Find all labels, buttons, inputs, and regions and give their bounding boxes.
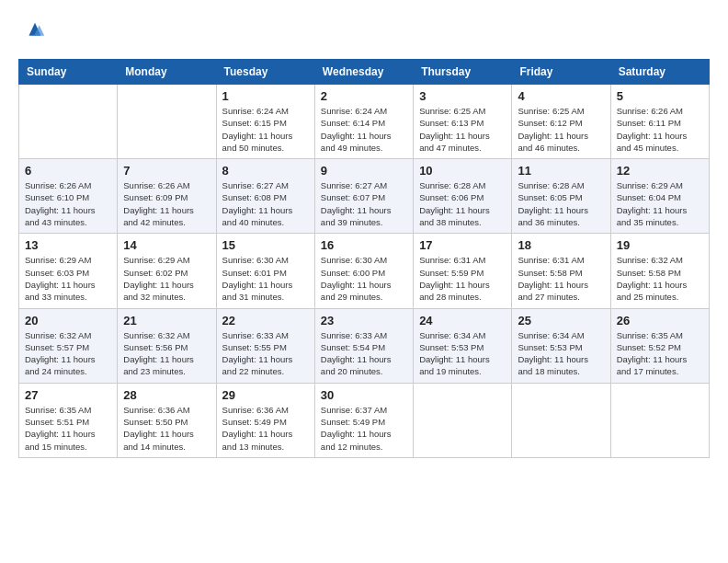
calendar-day-19: 19Sunrise: 6:32 AM Sunset: 5:58 PM Dayli… <box>610 234 709 308</box>
calendar-day-21: 21Sunrise: 6:32 AM Sunset: 5:56 PM Dayli… <box>118 308 216 383</box>
calendar-day-10: 10Sunrise: 6:28 AM Sunset: 6:06 PM Dayli… <box>414 159 512 234</box>
day-number: 16 <box>321 238 407 252</box>
day-info: Sunrise: 6:34 AM Sunset: 5:53 PM Dayligh… <box>419 329 506 378</box>
day-number: 20 <box>25 314 111 327</box>
day-number: 13 <box>25 238 111 252</box>
calendar-body: 1Sunrise: 6:24 AM Sunset: 6:15 PM Daylig… <box>19 85 710 458</box>
calendar-day-30: 30Sunrise: 6:37 AM Sunset: 5:49 PM Dayli… <box>314 383 413 457</box>
day-number: 21 <box>123 314 210 327</box>
empty-day <box>512 383 610 457</box>
day-info: Sunrise: 6:30 AM Sunset: 6:00 PM Dayligh… <box>321 254 407 303</box>
day-info: Sunrise: 6:24 AM Sunset: 6:15 PM Dayligh… <box>222 105 309 154</box>
day-info: Sunrise: 6:28 AM Sunset: 6:05 PM Dayligh… <box>518 179 604 228</box>
day-number: 25 <box>518 314 604 327</box>
day-number: 2 <box>321 89 407 103</box>
calendar-day-2: 2Sunrise: 6:24 AM Sunset: 6:14 PM Daylig… <box>314 85 413 159</box>
day-number: 17 <box>419 238 506 252</box>
day-number: 10 <box>419 164 506 178</box>
day-number: 26 <box>617 314 703 327</box>
weekday-header-saturday: Saturday <box>610 60 709 85</box>
day-number: 1 <box>222 89 309 103</box>
calendar-week-1: 1Sunrise: 6:24 AM Sunset: 6:15 PM Daylig… <box>19 85 710 159</box>
day-info: Sunrise: 6:32 AM Sunset: 5:57 PM Dayligh… <box>25 329 111 378</box>
day-info: Sunrise: 6:34 AM Sunset: 5:53 PM Dayligh… <box>518 329 604 378</box>
day-number: 24 <box>419 314 506 327</box>
day-info: Sunrise: 6:36 AM Sunset: 5:49 PM Dayligh… <box>222 404 309 453</box>
day-number: 9 <box>321 164 407 178</box>
weekday-header-sunday: Sunday <box>19 60 118 85</box>
day-info: Sunrise: 6:29 AM Sunset: 6:04 PM Dayligh… <box>617 179 703 228</box>
calendar-day-14: 14Sunrise: 6:29 AM Sunset: 6:02 PM Dayli… <box>118 234 216 308</box>
day-info: Sunrise: 6:33 AM Sunset: 5:54 PM Dayligh… <box>321 329 407 378</box>
logo-icon <box>22 18 48 44</box>
calendar-day-12: 12Sunrise: 6:29 AM Sunset: 6:04 PM Dayli… <box>610 159 709 234</box>
calendar-day-18: 18Sunrise: 6:31 AM Sunset: 5:58 PM Dayli… <box>512 234 610 308</box>
calendar-header: SundayMondayTuesdayWednesdayThursdayFrid… <box>19 60 710 85</box>
day-number: 15 <box>222 238 309 252</box>
calendar-week-4: 20Sunrise: 6:32 AM Sunset: 5:57 PM Dayli… <box>19 308 710 383</box>
day-info: Sunrise: 6:33 AM Sunset: 5:55 PM Dayligh… <box>222 329 309 378</box>
day-number: 4 <box>518 89 604 103</box>
weekday-header-monday: Monday <box>118 60 216 85</box>
day-info: Sunrise: 6:37 AM Sunset: 5:49 PM Dayligh… <box>321 404 407 453</box>
day-number: 5 <box>617 89 703 103</box>
calendar-day-4: 4Sunrise: 6:25 AM Sunset: 6:12 PM Daylig… <box>512 85 610 159</box>
page-header <box>18 18 710 44</box>
calendar-day-3: 3Sunrise: 6:25 AM Sunset: 6:13 PM Daylig… <box>414 85 512 159</box>
day-number: 3 <box>419 89 506 103</box>
day-number: 23 <box>321 314 407 327</box>
day-number: 27 <box>25 388 111 402</box>
day-info: Sunrise: 6:35 AM Sunset: 5:51 PM Dayligh… <box>25 404 111 453</box>
calendar-day-27: 27Sunrise: 6:35 AM Sunset: 5:51 PM Dayli… <box>19 383 118 457</box>
day-info: Sunrise: 6:26 AM Sunset: 6:10 PM Dayligh… <box>25 179 111 228</box>
day-number: 14 <box>123 238 210 252</box>
empty-day <box>610 383 709 457</box>
day-info: Sunrise: 6:27 AM Sunset: 6:07 PM Dayligh… <box>321 179 407 228</box>
day-info: Sunrise: 6:24 AM Sunset: 6:14 PM Dayligh… <box>321 105 407 154</box>
calendar-day-11: 11Sunrise: 6:28 AM Sunset: 6:05 PM Dayli… <box>512 159 610 234</box>
day-info: Sunrise: 6:26 AM Sunset: 6:09 PM Dayligh… <box>123 179 210 228</box>
weekday-header-tuesday: Tuesday <box>216 60 314 85</box>
day-info: Sunrise: 6:30 AM Sunset: 6:01 PM Dayligh… <box>222 254 309 303</box>
logo <box>18 18 48 44</box>
calendar-day-1: 1Sunrise: 6:24 AM Sunset: 6:15 PM Daylig… <box>216 85 314 159</box>
weekday-header-friday: Friday <box>512 60 610 85</box>
weekday-header-wednesday: Wednesday <box>314 60 413 85</box>
calendar-day-23: 23Sunrise: 6:33 AM Sunset: 5:54 PM Dayli… <box>314 308 413 383</box>
day-number: 8 <box>222 164 309 178</box>
day-number: 6 <box>25 164 111 178</box>
day-number: 29 <box>222 388 309 402</box>
calendar-day-22: 22Sunrise: 6:33 AM Sunset: 5:55 PM Dayli… <box>216 308 314 383</box>
day-info: Sunrise: 6:25 AM Sunset: 6:12 PM Dayligh… <box>518 105 604 154</box>
calendar-week-2: 6Sunrise: 6:26 AM Sunset: 6:10 PM Daylig… <box>19 159 710 234</box>
weekday-row: SundayMondayTuesdayWednesdayThursdayFrid… <box>19 60 710 85</box>
day-info: Sunrise: 6:31 AM Sunset: 5:59 PM Dayligh… <box>419 254 506 303</box>
calendar-day-29: 29Sunrise: 6:36 AM Sunset: 5:49 PM Dayli… <box>216 383 314 457</box>
weekday-header-thursday: Thursday <box>414 60 512 85</box>
calendar-day-8: 8Sunrise: 6:27 AM Sunset: 6:08 PM Daylig… <box>216 159 314 234</box>
day-info: Sunrise: 6:25 AM Sunset: 6:13 PM Dayligh… <box>419 105 506 154</box>
day-number: 7 <box>123 164 210 178</box>
calendar-day-17: 17Sunrise: 6:31 AM Sunset: 5:59 PM Dayli… <box>414 234 512 308</box>
calendar-day-13: 13Sunrise: 6:29 AM Sunset: 6:03 PM Dayli… <box>19 234 118 308</box>
calendar-day-26: 26Sunrise: 6:35 AM Sunset: 5:52 PM Dayli… <box>610 308 709 383</box>
day-info: Sunrise: 6:29 AM Sunset: 6:02 PM Dayligh… <box>123 254 210 303</box>
calendar-day-28: 28Sunrise: 6:36 AM Sunset: 5:50 PM Dayli… <box>118 383 216 457</box>
calendar-day-9: 9Sunrise: 6:27 AM Sunset: 6:07 PM Daylig… <box>314 159 413 234</box>
day-info: Sunrise: 6:35 AM Sunset: 5:52 PM Dayligh… <box>617 329 703 378</box>
empty-day <box>118 85 216 159</box>
calendar-table: SundayMondayTuesdayWednesdayThursdayFrid… <box>18 59 710 458</box>
calendar-day-16: 16Sunrise: 6:30 AM Sunset: 6:00 PM Dayli… <box>314 234 413 308</box>
calendar-day-24: 24Sunrise: 6:34 AM Sunset: 5:53 PM Dayli… <box>414 308 512 383</box>
day-number: 18 <box>518 238 604 252</box>
calendar-day-7: 7Sunrise: 6:26 AM Sunset: 6:09 PM Daylig… <box>118 159 216 234</box>
day-info: Sunrise: 6:32 AM Sunset: 5:58 PM Dayligh… <box>617 254 703 303</box>
day-number: 12 <box>617 164 703 178</box>
calendar-day-20: 20Sunrise: 6:32 AM Sunset: 5:57 PM Dayli… <box>19 308 118 383</box>
calendar-day-25: 25Sunrise: 6:34 AM Sunset: 5:53 PM Dayli… <box>512 308 610 383</box>
day-number: 22 <box>222 314 309 327</box>
calendar-day-5: 5Sunrise: 6:26 AM Sunset: 6:11 PM Daylig… <box>610 85 709 159</box>
day-info: Sunrise: 6:31 AM Sunset: 5:58 PM Dayligh… <box>518 254 604 303</box>
day-info: Sunrise: 6:36 AM Sunset: 5:50 PM Dayligh… <box>123 404 210 453</box>
calendar-day-15: 15Sunrise: 6:30 AM Sunset: 6:01 PM Dayli… <box>216 234 314 308</box>
